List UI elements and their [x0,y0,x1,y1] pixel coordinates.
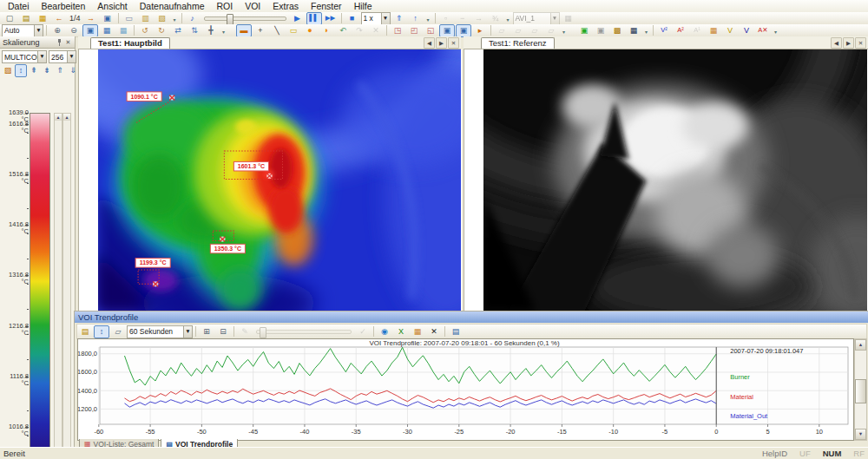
roi-ellipse-icon[interactable]: ● [302,24,318,37]
menu-bearbeiten[interactable]: Bearbeiten [36,0,92,12]
previous-file-icon[interactable]: ← [51,12,67,25]
fast-forward-icon[interactable]: ▶▶ [323,12,339,25]
trend-view-icon[interactable]: ◉ [377,325,392,338]
roi-front-icon[interactable]: ▱ [527,24,542,37]
zoom-in-icon[interactable]: ⊕ [49,24,65,37]
file-overflow-icon[interactable]: ▾ [171,13,179,24]
save-icon[interactable]: ▣ [100,12,115,25]
voi-auto-icon[interactable]: A¹ [689,24,705,37]
menu-datei[interactable]: Datei [2,0,36,12]
slider-thumb[interactable] [260,327,266,338]
play-icon[interactable]: ▶ [290,12,306,25]
fit-window-icon[interactable]: ▣ [82,24,98,37]
pan-icon[interactable]: ╋ [203,24,219,37]
trend-zoom-icon[interactable]: ▱ [110,325,126,338]
voi-alarm-icon[interactable]: A² [673,24,688,37]
reference-image[interactable] [483,49,867,311]
scale-lower-spinner[interactable]: ▲ ▼ [62,113,71,459]
slider-thumb[interactable] [227,14,233,25]
arrow-up-icon[interactable]: ▲ [55,114,62,121]
stop-icon[interactable]: ■ [345,12,360,25]
roi-shift-icon[interactable]: ◱ [423,24,438,37]
new-document-icon[interactable]: ▢ [2,12,17,25]
scale-max-icon[interactable]: ⇞ [28,64,40,77]
palette-select[interactable]: MULTICOLOR▼ [2,50,47,63]
roi-in-icon[interactable]: ▣ [439,24,455,37]
tab-prev-icon[interactable]: ◀ [831,37,842,49]
legend-material[interactable]: Material [730,393,753,401]
legend-material_out[interactable]: Material_Out [730,412,768,420]
trend-position-slider[interactable] [256,327,352,337]
copy-image-icon[interactable]: ▭ [122,12,137,25]
playback-overflow-icon[interactable]: ▾ [424,13,432,24]
trend-autoscale-icon[interactable]: ↕ [94,325,109,338]
scale-min-icon[interactable]: ⇟ [41,64,53,77]
roi-overflow-icon[interactable]: ▾ [560,25,568,36]
trend-zoom-in-icon[interactable]: ⊞ [199,325,214,338]
tab-next-icon[interactable]: ▶ [436,37,447,49]
trend-zoom-out-icon[interactable]: ⊟ [215,325,231,338]
rotate-right-icon[interactable]: ↻ [154,24,169,37]
scale-mode-select[interactable]: Auto▼ [2,24,43,37]
snapshot-icon[interactable]: ▥ [138,12,154,25]
audio-icon[interactable]: ♪ [185,12,201,25]
trend-export-icon[interactable]: ▤ [77,325,93,338]
tab-prev-icon[interactable]: ◀ [424,37,435,49]
pause-icon[interactable]: ▌▌ [306,12,322,25]
menu-fenster[interactable]: Fenster [305,0,348,12]
trend-apply-icon[interactable]: ✓ [355,325,371,338]
color-scale-bar[interactable] [30,113,50,459]
image-overflow-icon[interactable]: ▾ [642,25,650,36]
avi-select[interactable]: AVI_1▼ [513,12,560,25]
overlay-window-icon[interactable]: ▦ [115,24,131,37]
tab-referenz[interactable]: Test1: Referenz [481,37,555,49]
arrow-up-icon[interactable]: ▲ [63,114,70,121]
excel-export-icon[interactable]: X [393,325,409,338]
roi-line-icon[interactable]: ╲ [269,24,285,37]
arrow-up-icon[interactable]: ▲ [855,339,866,351]
last-frame-icon[interactable]: ↑ [408,12,424,25]
tab-close-icon[interactable]: ✕ [448,37,459,49]
roi-back-icon[interactable]: ▱ [543,24,559,37]
show-all-icon[interactable]: ▣ [576,24,592,37]
ratio-icon[interactable]: ¾ [488,12,503,25]
flip-horizontal-icon[interactable]: ⇄ [170,24,186,37]
next-file-icon[interactable]: → [83,12,99,25]
roi-undo-icon[interactable]: ↶ [335,24,351,37]
roi-export-icon[interactable]: ◰ [406,24,422,37]
tab-next-icon[interactable]: ▶ [843,37,854,49]
trend-scrollbar[interactable]: ▲ ▼ [854,338,867,441]
roi-new-icon[interactable]: ▬ [236,24,252,37]
tab-hauptbild[interactable]: Test1: Hauptbild [90,37,170,49]
trend-pen-icon[interactable]: ✎ [237,325,253,338]
scale-expand-icon[interactable]: ⇑ [54,64,66,77]
voi-grid-icon[interactable]: ▦ [706,24,721,37]
roi-point-icon[interactable]: + [253,24,268,37]
trend-print-icon[interactable]: ▤ [448,325,464,338]
export-image-icon[interactable]: ▧ [155,12,170,25]
menu-roi[interactable]: ROI [210,0,239,12]
playback-speed-select[interactable]: 1 x▼ [361,12,391,25]
legend-burner[interactable]: Burner [730,373,750,381]
zoom-out-icon[interactable]: ⊖ [66,24,82,37]
first-frame-icon[interactable]: ⇑ [391,12,407,25]
palette-image-icon[interactable]: ▩ [609,24,625,37]
thermal-image[interactable]: 1090.1 °C 1601.3 °C 1350.3 °C 1199.3 °C [98,49,461,311]
menu-ansicht[interactable]: Ansicht [91,0,133,12]
interval-select[interactable]: 60 Sekunden▼ [127,325,193,338]
table-view-icon[interactable]: ▦ [410,325,425,338]
levels-select[interactable]: 256▼ [49,50,76,63]
roi-delete-icon[interactable]: ✕ [368,24,384,37]
scrollbar-thumb[interactable] [855,379,866,403]
voi-list-icon[interactable]: V [739,24,754,37]
menu-voi[interactable]: VOI [239,0,266,12]
trend-chart[interactable]: -60-55-50-45-40-35-30-25-20-15-10-505101… [77,338,854,441]
close-icon[interactable]: ✕ [64,39,72,46]
roi-next-icon[interactable]: ▸ [472,24,488,37]
roi-arc-icon[interactable]: ◗ [319,24,334,37]
roi-out-icon[interactable]: ▣ [456,24,471,37]
flip-vertical-icon[interactable]: ⇅ [187,24,202,37]
tab-close-icon[interactable]: ✕ [855,37,866,49]
menu-extras[interactable]: Extras [266,0,305,12]
autoscale-toggle-icon[interactable]: ↕ [15,64,27,77]
